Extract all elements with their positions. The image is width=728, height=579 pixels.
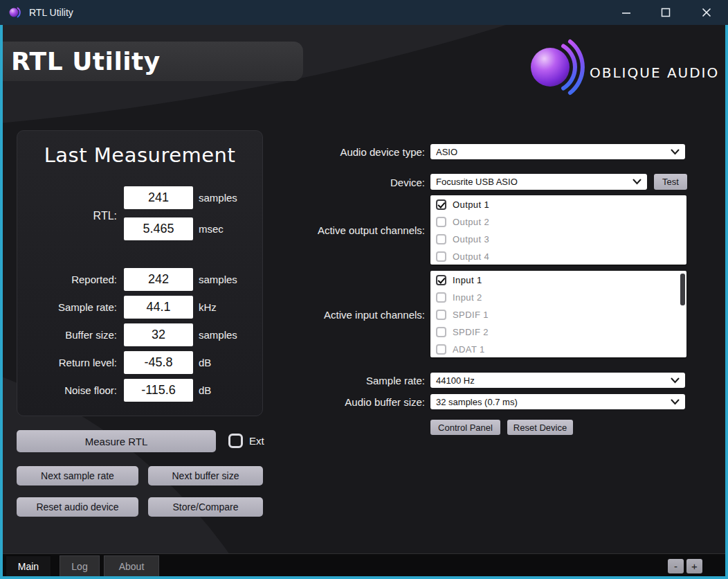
channel-row-adat-1[interactable]: ADAT 1 xyxy=(430,341,686,358)
channel-row-spdif-2[interactable]: SPDIF 2 xyxy=(430,323,686,341)
selected-device-type: ASIO xyxy=(436,147,457,157)
sample-rate-unit: kHz xyxy=(199,296,217,319)
window-title: RTL Utility xyxy=(29,7,73,18)
checkbox-icon[interactable] xyxy=(436,344,446,355)
rtl-label: RTL: xyxy=(23,204,117,227)
checkbox-icon[interactable] xyxy=(436,292,446,303)
selected-buffer-size: 32 samples (0.7 ms) xyxy=(436,397,518,407)
input-channels-list: Input 1 Input 2 SPDIF 1 SPDIF 2 ADAT 1 xyxy=(430,271,686,357)
noise-floor-label: Noise floor: xyxy=(23,379,117,402)
titlebar: RTL Utility xyxy=(0,0,728,25)
channel-label: SPDIF 2 xyxy=(453,327,489,337)
channel-label: Output 3 xyxy=(453,234,489,244)
channel-label: Output 4 xyxy=(453,251,489,262)
channel-row-input-2[interactable]: Input 2 xyxy=(430,289,686,306)
rtl-msec-unit: msec xyxy=(199,217,224,240)
chevron-down-icon xyxy=(633,179,641,185)
channel-label: Output 2 xyxy=(453,217,489,227)
device-select[interactable]: Focusrite USB ASIO xyxy=(430,174,647,190)
checkbox-icon[interactable] xyxy=(436,251,446,262)
channel-row-spdif-1[interactable]: SPDIF 1 xyxy=(430,306,686,323)
next-sample-rate-button[interactable]: Next sample rate xyxy=(17,466,138,486)
ext-checkbox[interactable] xyxy=(228,434,243,448)
channel-row-output-1[interactable]: Output 1 xyxy=(430,196,686,213)
tab-log[interactable]: Log xyxy=(60,555,100,576)
tab-label: Log xyxy=(71,561,87,572)
device-label: Device: xyxy=(245,177,425,188)
checkbox-icon[interactable] xyxy=(436,217,446,227)
close-button[interactable] xyxy=(698,3,716,21)
channel-label: ADAT 1 xyxy=(453,344,485,355)
checkbox-icon[interactable] xyxy=(436,310,446,320)
audio-device-type-label: Audio device type: xyxy=(245,146,425,158)
panel-title: Last Measurement xyxy=(17,143,262,167)
channel-label: Input 2 xyxy=(453,292,482,303)
checkbox-icon[interactable] xyxy=(436,275,446,285)
return-level-field[interactable] xyxy=(124,351,193,374)
channel-row-output-4[interactable]: Output 4 xyxy=(430,248,686,265)
brand-name: OBLIQUE AUDIO xyxy=(590,64,719,81)
tab-about[interactable]: About xyxy=(104,555,159,576)
maximize-button[interactable] xyxy=(657,3,675,21)
reset-device-button[interactable]: Reset Device xyxy=(507,420,573,435)
app-window: RTL Utility RTL Utility xyxy=(0,0,728,579)
checkbox-icon[interactable] xyxy=(436,234,446,244)
oblique-audio-logo-icon xyxy=(518,36,587,108)
control-panel-button[interactable]: Control Panel xyxy=(430,420,500,435)
scrollbar-thumb[interactable] xyxy=(680,274,685,305)
zoom-in-button[interactable]: + xyxy=(686,559,702,573)
channel-label: SPDIF 1 xyxy=(453,310,489,320)
active-output-channels-label: Active output channels: xyxy=(266,224,425,236)
main-content: RTL Utility OBLIQU xyxy=(3,25,725,576)
sample-rate-select[interactable]: 44100 Hz xyxy=(430,373,685,388)
last-measurement-panel: Last Measurement RTL: samples msec Repor… xyxy=(17,130,263,416)
rtl-msec-field[interactable] xyxy=(124,217,193,240)
channel-label: Input 1 xyxy=(453,275,482,285)
noise-floor-field[interactable] xyxy=(124,379,193,402)
output-channels-list: Output 1 Output 2 Output 3 Output 4 xyxy=(430,195,686,265)
app-title: RTL Utility xyxy=(11,42,161,81)
channel-row-input-1[interactable]: Input 1 xyxy=(430,271,686,289)
channel-row-output-3[interactable]: Output 3 xyxy=(430,231,686,248)
rtl-samples-unit: samples xyxy=(199,186,237,209)
measure-rtl-button[interactable]: Measure RTL xyxy=(17,430,216,452)
app-title-banner: RTL Utility xyxy=(3,42,303,81)
sample-rate-field[interactable] xyxy=(124,296,193,319)
ext-label: Ext xyxy=(249,434,264,448)
selected-device: Focusrite USB ASIO xyxy=(436,177,518,187)
store-compare-button[interactable]: Store/Compare xyxy=(148,497,263,517)
reset-audio-device-button[interactable]: Reset audio device xyxy=(17,497,138,517)
next-buffer-size-button[interactable]: Next buffer size xyxy=(148,466,263,486)
minimize-button[interactable] xyxy=(617,3,635,21)
checkbox-icon[interactable] xyxy=(436,327,446,337)
noise-floor-unit: dB xyxy=(199,379,211,402)
tab-label: Main xyxy=(18,561,39,572)
buffer-size-field[interactable] xyxy=(124,323,193,346)
reported-field[interactable] xyxy=(124,268,193,291)
window-frame: RTL Utility OBLIQU xyxy=(0,25,728,579)
active-input-channels-label: Active input channels: xyxy=(266,309,425,321)
channel-row-output-2[interactable]: Output 2 xyxy=(430,213,686,231)
chevron-down-icon xyxy=(671,399,680,405)
rtl-samples-field[interactable] xyxy=(124,186,193,209)
reported-unit: samples xyxy=(199,268,237,291)
reported-label: Reported: xyxy=(23,268,117,291)
audio-buffer-size-label: Audio buffer size: xyxy=(245,396,425,408)
tab-label: About xyxy=(119,561,145,572)
return-level-unit: dB xyxy=(199,351,211,374)
buffer-size-label: Buffer size: xyxy=(23,323,117,346)
chevron-down-icon xyxy=(671,377,680,384)
app-icon xyxy=(8,5,24,20)
sample-rate-label: Sample rate: xyxy=(23,296,117,319)
tab-main[interactable]: Main xyxy=(6,555,51,576)
buffer-size-unit: samples xyxy=(199,323,237,346)
checkbox-icon[interactable] xyxy=(436,199,446,210)
channel-label: Output 1 xyxy=(453,199,489,210)
audio-buffer-size-select[interactable]: 32 samples (0.7 ms) xyxy=(430,394,685,409)
return-level-label: Return level: xyxy=(23,351,117,374)
test-button[interactable]: Test xyxy=(654,174,687,190)
sample-rate-select-label: Sample rate: xyxy=(245,375,425,386)
chevron-down-icon xyxy=(671,149,680,155)
zoom-out-button[interactable]: - xyxy=(668,559,684,573)
audio-device-type-select[interactable]: ASIO xyxy=(430,144,685,159)
